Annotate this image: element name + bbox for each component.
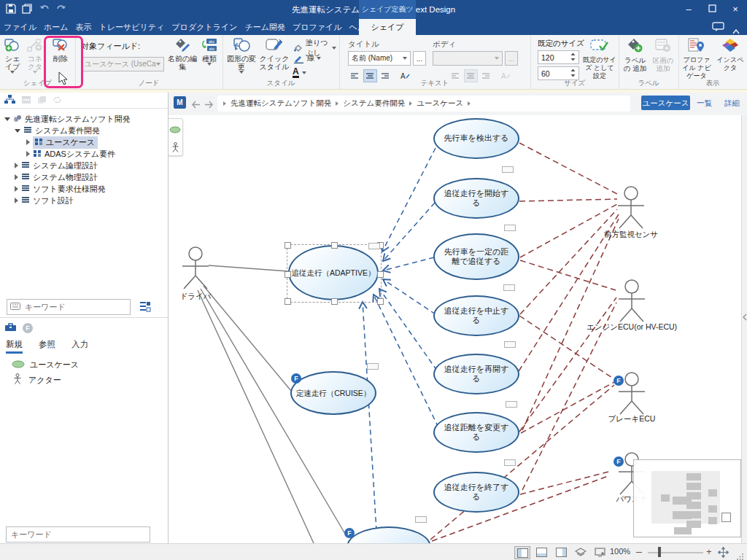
usecase-node[interactable]: 先行車を検出する (433, 118, 519, 159)
tab-view[interactable]: 表示 (72, 19, 96, 35)
redo-icon[interactable] (55, 4, 66, 15)
spinner-arrows-icon[interactable] (570, 69, 576, 79)
set-default-size-button[interactable]: 既定のサイズ として設定 (583, 39, 616, 80)
tree-item-project[interactable]: 先進運転システムソフト開発 (4, 113, 131, 125)
expander-closed-icon[interactable] (15, 186, 18, 192)
shape-button[interactable]: シェイプ (1, 37, 23, 74)
usecase-node[interactable]: 追従走行を終了する (433, 472, 519, 513)
expander-closed-icon[interactable] (26, 151, 30, 157)
expander-open-icon[interactable] (4, 117, 10, 121)
tree-item-physical[interactable]: システム物理設計 (15, 171, 98, 183)
toolbox-item-usecase[interactable]: ユースケース (12, 359, 79, 370)
tree-item-usecase[interactable]: ユースケース (26, 136, 98, 148)
usecase-ellipse-icon[interactable] (169, 123, 181, 136)
connector-label-stub[interactable] (502, 166, 514, 173)
title-field-dropdown[interactable]: 名前 (Name) (348, 51, 411, 66)
actor-driver[interactable] (178, 246, 213, 290)
view-usecase-diagram-button[interactable]: ユースケース図 (641, 96, 690, 110)
undo-icon[interactable] (39, 4, 50, 15)
layout-bottom-pane-icon[interactable] (534, 546, 549, 558)
tab-file[interactable]: ファイル (0, 19, 40, 35)
actor-engine[interactable] (614, 279, 649, 323)
tree-item-softreq[interactable]: ソフト要求仕様開発 (15, 183, 106, 195)
pan-icon[interactable] (718, 547, 729, 560)
title-ellipsis-button[interactable]: ... (413, 51, 426, 66)
tab-traceability[interactable]: トレーサビリティ (96, 19, 169, 35)
usecase-node[interactable]: 追従距離を変更する (433, 412, 519, 453)
connector-label-stub[interactable] (503, 284, 515, 291)
sync-icon[interactable] (53, 94, 62, 107)
usecase-node[interactable]: 追従走行を中止する (433, 295, 519, 336)
line-button[interactable]: 線 (293, 52, 322, 64)
breadcrumb[interactable]: 先進運転システムソフト開発 システム要件開発 ユースケース (217, 96, 630, 112)
zoom-slider-track[interactable] (648, 552, 703, 553)
add-section-button[interactable]: 区画の 追加 (651, 38, 676, 72)
nav-back-icon[interactable] (191, 98, 201, 112)
expand-panel-icon[interactable] (743, 311, 747, 324)
change-shape-button[interactable]: 図形の変更 (225, 37, 258, 74)
connector-label-stub[interactable] (504, 225, 516, 231)
filter-tree-icon[interactable] (139, 300, 152, 316)
connector-label-stub[interactable] (506, 401, 517, 408)
usecase-node[interactable]: 追従走行を再開する (433, 354, 519, 394)
actor-sensor[interactable] (614, 186, 649, 230)
body-ellipsis-button[interactable]: ... (505, 51, 518, 66)
connector-label-stub[interactable] (415, 516, 427, 523)
toolbox-item-actor[interactable]: アクター (13, 373, 61, 386)
tree-item-softdesign[interactable]: ソフト設計 (15, 195, 74, 206)
expander-closed-icon[interactable] (15, 174, 18, 180)
toolbox-tab-new[interactable]: 新規 (6, 339, 23, 354)
feedback-icon[interactable] (712, 22, 724, 35)
add-label-button[interactable]: ラベルの 追加 (622, 38, 649, 72)
tree-item-sysreq[interactable]: システム要件開発 (15, 125, 100, 136)
save-icon[interactable] (6, 4, 17, 15)
usecase-node[interactable]: 追従走行を開始する (433, 178, 519, 219)
tab-home[interactable]: ホーム (40, 19, 72, 35)
f-filter-icon[interactable]: F (23, 323, 33, 333)
expander-closed-icon[interactable] (15, 163, 18, 168)
tab-profile[interactable]: プロファイル (289, 19, 346, 35)
usecase-node-cruise[interactable]: 定速走行（CRUISE） (290, 371, 376, 415)
kind-button[interactable]: abcabc 種類 (199, 37, 220, 66)
nav-forward-icon[interactable] (204, 98, 214, 112)
expander-closed-icon[interactable] (15, 198, 18, 203)
layout-right-pane-icon[interactable] (554, 546, 568, 558)
selection-rect[interactable] (287, 244, 382, 303)
toolbox-tab-reference[interactable]: 参照 (39, 339, 55, 354)
width-spinner[interactable]: 120 (538, 50, 579, 64)
delete-button[interactable]: 削除 (48, 37, 73, 63)
toolbox-tab-input[interactable]: 入力 (71, 339, 88, 354)
name-edit-button[interactable]: 名前の編集 (167, 37, 198, 71)
resize-handle[interactable] (331, 298, 338, 305)
breadcrumb-item-usecase[interactable]: ユースケース (417, 98, 463, 109)
minimize-button[interactable]: – (677, 0, 700, 19)
inspector-button[interactable]: インスペクタ (715, 38, 746, 72)
copy-icon[interactable] (37, 94, 47, 107)
zoom-slider-thumb[interactable] (658, 547, 661, 557)
tab-shape-active[interactable]: シェイプ (359, 19, 416, 35)
shape-layers-icon[interactable] (573, 546, 588, 558)
profile-navigator-button[interactable]: プロファイル ナビゲータ (680, 38, 713, 80)
usecase-node[interactable]: 先行車を一定の距離で追従する (433, 233, 519, 280)
connector-label-stub[interactable] (368, 243, 380, 249)
minimap-viewport[interactable] (721, 513, 731, 522)
diagram-canvas[interactable]: 先行車を検出する 追従走行を開始する 先行車を一定の距離で追従する 追従走行を中… (169, 115, 741, 543)
body-field-dropdown[interactable] (433, 51, 503, 66)
view-detail-button[interactable]: 詳細 (724, 96, 740, 110)
breadcrumb-item-project[interactable]: 先進運転システムソフト開発 (231, 98, 331, 109)
zoom-out-icon[interactable]: – (636, 545, 642, 557)
connector-label-stub[interactable] (504, 341, 516, 348)
expander-open-icon[interactable] (15, 129, 20, 133)
resize-handle[interactable] (377, 298, 384, 305)
resize-handle[interactable] (285, 298, 291, 305)
tree-item-adas[interactable]: ADASシステム要件 (26, 148, 115, 160)
connector-label-stub[interactable] (367, 363, 379, 370)
resize-handle[interactable] (331, 242, 338, 249)
tree-search-input[interactable] (23, 302, 127, 312)
connector-button[interactable]: コネクタ (24, 37, 46, 74)
grid-view-icon[interactable] (21, 94, 31, 107)
target-field-dropdown[interactable]: ユースケース (UseCases) (81, 57, 164, 71)
zoom-in-icon[interactable]: + (706, 546, 712, 557)
actor-stick-icon[interactable] (171, 142, 179, 156)
view-list-button[interactable]: 一覧 (697, 96, 712, 110)
